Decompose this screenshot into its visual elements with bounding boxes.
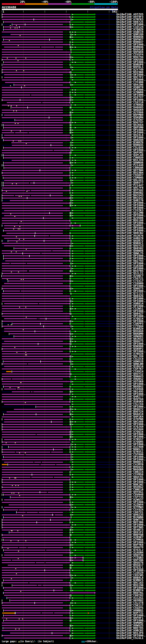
alignment-bar (4, 615, 63, 616)
alignment-bar (2, 635, 63, 636)
arrow-right-icon (92, 106, 94, 108)
alignment-bar (4, 590, 63, 591)
chevron-icon: > (72, 383, 74, 386)
bar-gap (66, 206, 67, 206)
chevron-icon: > (72, 26, 74, 28)
gap-tick (3, 620, 4, 622)
bar-gap (49, 235, 50, 236)
scale-label: ~60% (57, 0, 71, 3)
gap-tick (70, 26, 70, 28)
alignment-bar (4, 135, 70, 136)
gap-tick (71, 587, 71, 589)
gap-tick (70, 614, 70, 616)
gap-tick (70, 406, 70, 408)
chevron-icon: > (72, 448, 74, 451)
chevron-icon: > (72, 164, 74, 166)
chevron-icon: > (72, 529, 74, 531)
alignment-bar-green (71, 524, 94, 526)
arrow-right-icon (92, 582, 94, 584)
gap-tick (70, 534, 70, 536)
gap-tick (70, 536, 70, 538)
gap-tick (71, 584, 71, 586)
alignment-bar-green (71, 439, 94, 440)
arrow-right-icon (94, 134, 96, 136)
arrow-right-icon (94, 303, 96, 304)
alignment-bar (2, 354, 70, 354)
chevron-icon: > (72, 602, 74, 604)
gap-tick (71, 126, 71, 128)
alignment-bar (2, 137, 70, 138)
arrow-right-icon (94, 539, 96, 541)
gap-tick (70, 340, 70, 342)
arrow-right-icon (94, 18, 96, 20)
gap-tick (70, 305, 70, 307)
arrow-right-icon (92, 489, 94, 490)
chevron-icon: > (72, 255, 74, 257)
alignment-bar (9, 240, 70, 241)
chevron-icon: > (72, 398, 74, 400)
arrow-right-icon (92, 458, 94, 460)
gap-tick (71, 544, 71, 546)
gap-tick (70, 557, 70, 559)
bar-gap (84, 313, 84, 314)
alignment-bar (2, 273, 70, 274)
gap-tick (44, 569, 45, 571)
bar-gap (84, 426, 84, 428)
arrow-right-icon (92, 509, 94, 510)
bar-gap (38, 512, 38, 513)
alignment-bar (2, 479, 70, 480)
arrow-right-icon (94, 511, 96, 513)
arrow-right-icon (94, 413, 96, 415)
bar-gap (66, 311, 67, 312)
bar-gap (66, 110, 67, 110)
gap-tick (70, 285, 70, 287)
alignment-bar (4, 620, 63, 621)
subject-label[interactable]: UniRef100_C5LGL1 (116, 637, 144, 640)
gap-tick (71, 245, 71, 247)
arrow-right-icon (94, 333, 96, 335)
alignment-bar-green (71, 256, 94, 256)
arrow-right-icon (94, 308, 96, 310)
arrow-right-icon (94, 74, 96, 76)
chevron-icon: > (72, 443, 74, 446)
gap-tick (71, 116, 71, 118)
gap-tick (70, 433, 70, 436)
gap-tick (50, 194, 50, 196)
alignment-bar-green (71, 57, 94, 58)
alignment-bar (4, 29, 70, 30)
arrow-right-icon (94, 71, 96, 73)
arrow-right-icon (94, 391, 96, 392)
arrow-right-icon (92, 610, 94, 611)
gap-tick (3, 614, 4, 616)
gap-tick (35, 232, 35, 234)
arrow-right-icon (92, 182, 94, 184)
gap-tick (70, 356, 70, 358)
chevron-icon: > (72, 99, 74, 101)
gap-tick (36, 406, 36, 408)
arrow-right-icon (94, 519, 96, 521)
bar-gap (66, 118, 67, 118)
arrow-right-icon (94, 182, 96, 184)
alignment-bar-green (70, 230, 94, 231)
alignment-bar-green (70, 587, 94, 588)
alignment-bar (2, 192, 63, 194)
alignment-bar-green (71, 266, 94, 266)
gap-tick (71, 240, 71, 242)
bar-gap (84, 250, 84, 252)
chevron-icon: > (72, 338, 74, 340)
arrow-right-icon (92, 220, 94, 221)
gap-tick (8, 240, 8, 242)
chevron-icon: > (72, 332, 74, 335)
ruler-tick (45, 10, 45, 12)
gap-tick (36, 521, 37, 524)
arrow-right-icon (94, 489, 96, 490)
gap-tick (9, 600, 10, 602)
chevron-icon: > (72, 416, 74, 418)
chevron-icon: > (72, 131, 74, 134)
gap-tick (2, 323, 2, 325)
chevron-icon: > (72, 66, 74, 68)
alignment-bar (10, 333, 70, 334)
gap-tick (70, 112, 70, 114)
bar-gap (66, 437, 67, 437)
arrow-right-icon (94, 592, 96, 594)
